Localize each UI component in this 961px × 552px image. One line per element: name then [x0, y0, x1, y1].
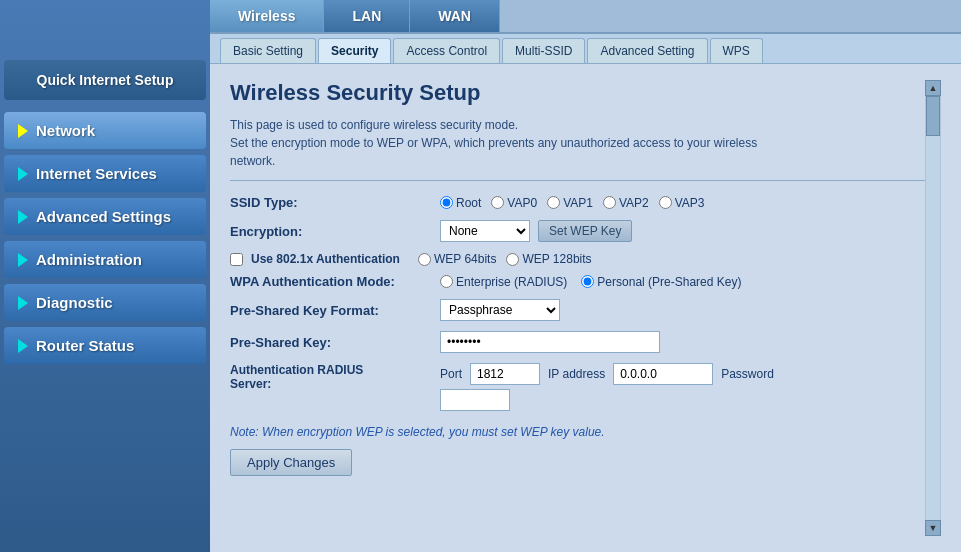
8021x-row: Use 802.1x Authentication WEP 64bits WEP… — [230, 252, 925, 266]
psk-format-label: Pre-Shared Key Format: — [230, 303, 430, 318]
page-description: This page is used to configure wireless … — [230, 116, 925, 170]
wpa-auth-label: WPA Authentication Mode: — [230, 274, 430, 289]
scroll-up-button[interactable]: ▲ — [925, 80, 941, 96]
ssid-radio-vap2[interactable] — [603, 196, 616, 209]
ssid-radio-vap1[interactable] — [547, 196, 560, 209]
scrollbar[interactable]: ▲ ▼ — [925, 80, 941, 536]
encryption-select[interactable]: NoneWEPWPA — [440, 220, 530, 242]
wep-note: Note: When encryption WEP is selected, y… — [230, 425, 925, 439]
ssid-type-label: SSID Type: — [230, 195, 430, 210]
scroll-down-button[interactable]: ▼ — [925, 520, 941, 536]
sidebar-item-internet-services[interactable]: Internet Services — [4, 155, 206, 192]
quick-internet-setup-button[interactable]: Quick Internet Setup — [4, 60, 206, 100]
radius-row: Authentication RADIUS Server: Port IP ad… — [230, 363, 925, 411]
sub-tab-security[interactable]: Security — [318, 38, 391, 63]
top-tab-lan[interactable]: LAN — [324, 0, 410, 32]
ssid-option-vap1[interactable]: VAP1 — [547, 196, 593, 210]
sub-tab-advanced-setting[interactable]: Advanced Setting — [587, 38, 707, 63]
apply-changes-button[interactable]: Apply Changes — [230, 449, 352, 476]
sidebar: Quick Internet Setup NetworkInternet Ser… — [0, 0, 210, 552]
page-title: Wireless Security Setup — [230, 80, 925, 106]
content-area: Wireless Security Setup This page is use… — [210, 64, 961, 552]
ssid-option-vap0[interactable]: VAP0 — [491, 196, 537, 210]
sidebar-item-network[interactable]: Network — [4, 112, 206, 149]
encryption-controls: NoneWEPWPA Set WEP Key — [440, 220, 632, 242]
encryption-row: Encryption: NoneWEPWPA Set WEP Key — [230, 220, 925, 242]
sidebar-item-administration[interactable]: Administration — [4, 241, 206, 278]
sidebar-item-label: Internet Services — [36, 165, 157, 182]
main-content: WirelessLANWAN Basic SettingSecurityAcce… — [210, 0, 961, 552]
sidebar-item-diagnostic[interactable]: Diagnostic — [4, 284, 206, 321]
psk-format-row: Pre-Shared Key Format: PassphraseHex — [230, 299, 925, 321]
use-8021x-checkbox[interactable] — [230, 253, 243, 266]
radius-ip-label: IP address — [548, 367, 605, 381]
radius-password-label: Password — [721, 367, 774, 381]
wpa-auth-mode-row: WPA Authentication Mode: Enterprise (RAD… — [230, 274, 925, 289]
ssid-option-vap2[interactable]: VAP2 — [603, 196, 649, 210]
ssid-radio-vap0[interactable] — [491, 196, 504, 209]
sidebar-item-advanced-settings[interactable]: Advanced Settings — [4, 198, 206, 235]
wep-64bits-option[interactable]: WEP 64bits — [418, 252, 496, 266]
ssid-type-options: RootVAP0VAP1VAP2VAP3 — [440, 196, 705, 210]
wep-bits-options: WEP 64bits WEP 128bits — [418, 252, 592, 266]
sub-tab-multi-ssid[interactable]: Multi-SSID — [502, 38, 585, 63]
radius-label: Authentication RADIUS Server: — [230, 363, 430, 391]
wpa-enterprise-radio[interactable] — [440, 275, 453, 288]
top-tab-bar: WirelessLANWAN — [210, 0, 961, 34]
sub-tab-access-control[interactable]: Access Control — [393, 38, 500, 63]
scroll-thumb[interactable] — [926, 96, 940, 136]
encryption-label: Encryption: — [230, 224, 430, 239]
ssid-radio-vap3[interactable] — [659, 196, 672, 209]
radius-pwd-row — [440, 389, 774, 411]
arrow-icon — [18, 253, 28, 267]
radius-port-label: Port — [440, 367, 462, 381]
arrow-icon — [18, 210, 28, 224]
wpa-enterprise-option[interactable]: Enterprise (RADIUS) — [440, 275, 567, 289]
scroll-track — [926, 96, 940, 520]
arrow-icon — [18, 124, 28, 138]
arrow-icon — [18, 296, 28, 310]
sidebar-item-label: Router Status — [36, 337, 134, 354]
content-inner: Wireless Security Setup This page is use… — [230, 80, 925, 536]
radius-fields-top: Port IP address Password — [440, 363, 774, 385]
sidebar-item-router-status[interactable]: Router Status — [4, 327, 206, 364]
wep-64bits-radio[interactable] — [418, 253, 431, 266]
sub-tab-bar: Basic SettingSecurityAccess ControlMulti… — [210, 34, 961, 64]
wep-128bits-option[interactable]: WEP 128bits — [506, 252, 591, 266]
wpa-personal-radio[interactable] — [581, 275, 594, 288]
set-wep-key-button[interactable]: Set WEP Key — [538, 220, 632, 242]
arrow-icon — [18, 339, 28, 353]
wep-128bits-radio[interactable] — [506, 253, 519, 266]
ssid-option-vap3[interactable]: VAP3 — [659, 196, 705, 210]
psk-format-select[interactable]: PassphraseHex — [440, 299, 560, 321]
top-tab-wan[interactable]: WAN — [410, 0, 500, 32]
wpa-personal-option[interactable]: Personal (Pre-Shared Key) — [581, 275, 741, 289]
sub-tab-wps[interactable]: WPS — [710, 38, 763, 63]
ssid-option-root[interactable]: Root — [440, 196, 481, 210]
sidebar-item-label: Administration — [36, 251, 142, 268]
psk-row: Pre-Shared Key: — [230, 331, 925, 353]
ssid-radio-root[interactable] — [440, 196, 453, 209]
sidebar-item-label: Diagnostic — [36, 294, 113, 311]
wpa-mode-options: Enterprise (RADIUS) Personal (Pre-Shared… — [440, 275, 741, 289]
divider — [230, 180, 925, 181]
psk-label: Pre-Shared Key: — [230, 335, 430, 350]
sub-tab-basic-setting[interactable]: Basic Setting — [220, 38, 316, 63]
ssid-type-row: SSID Type: RootVAP0VAP1VAP2VAP3 — [230, 195, 925, 210]
top-tab-wireless[interactable]: Wireless — [210, 0, 324, 32]
sidebar-item-label: Network — [36, 122, 95, 139]
radius-port-input[interactable] — [470, 363, 540, 385]
arrow-icon — [18, 167, 28, 181]
sidebar-item-label: Advanced Settings — [36, 208, 171, 225]
psk-input[interactable] — [440, 331, 660, 353]
radius-ip-input[interactable] — [613, 363, 713, 385]
use-8021x-label: Use 802.1x Authentication — [251, 252, 400, 266]
radius-password-input[interactable] — [440, 389, 510, 411]
